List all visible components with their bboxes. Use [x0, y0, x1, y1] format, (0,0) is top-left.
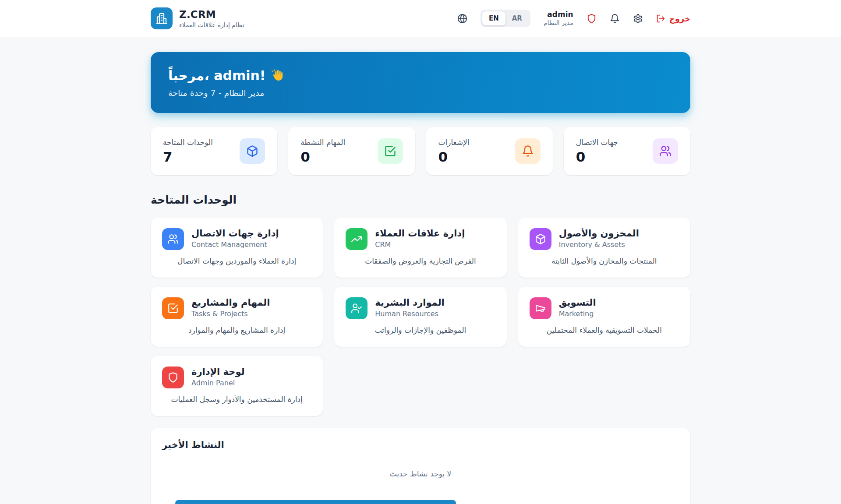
check-square-icon: [162, 297, 184, 319]
users-icon: [653, 138, 678, 164]
module-description: إدارة المستخدمين والأدوار وسجل العمليات: [162, 395, 311, 404]
module-description: إدارة العملاء والموردين وجهات الاتصال: [162, 257, 311, 265]
app-header: Z.CRM نظام إدارة علاقات العملاء EN AR ad…: [0, 0, 841, 37]
logout-icon: [656, 14, 665, 23]
stats-row: الوحدات المتاحة 7 المهام النشطة 0: [151, 127, 690, 175]
module-subtitle: CRM: [375, 240, 465, 249]
module-title: المخزون والأصول: [559, 228, 639, 239]
stat-label: جهات الاتصال: [576, 138, 618, 147]
module-description: المنتجات والمخازن والأصول الثابتة: [530, 257, 679, 265]
module-card-tasks[interactable]: المهام والمشاريع Tasks & Projects إدارة …: [151, 287, 323, 347]
bell-icon: [515, 138, 541, 164]
package-icon: [530, 228, 551, 250]
stat-label: المهام النشطة: [300, 138, 345, 147]
module-title: إدارة جهات الاتصال: [191, 228, 279, 239]
module-title: التسويق: [559, 297, 596, 308]
package-icon: [240, 138, 265, 164]
shield-icon[interactable]: [587, 14, 597, 24]
module-subtitle: Inventory & Assets: [559, 240, 639, 249]
module-card-inventory[interactable]: المخزون والأصول Inventory & Assets المنت…: [518, 218, 690, 278]
module-subtitle: Tasks & Projects: [191, 310, 270, 318]
module-card-contacts[interactable]: إدارة جهات الاتصال Contact Management إد…: [151, 218, 323, 278]
module-subtitle: Admin Panel: [191, 379, 245, 387]
module-title: لوحة الإدارة: [191, 367, 245, 377]
module-card-marketing[interactable]: التسويق Marketing الحملات التسويقية والع…: [518, 287, 690, 347]
trending-up-icon: [346, 228, 367, 250]
module-description: إدارة المشاريع والمهام والموارد: [162, 326, 311, 335]
module-description: الموظفين والإجازات والرواتب: [346, 326, 495, 335]
welcome-title: مرحباً، admin!: [168, 68, 266, 83]
recent-activity-card: النشاط الأخير لا يوجد نشاط حديث: [151, 428, 690, 504]
stat-card-tasks: المهام النشطة 0: [288, 127, 415, 175]
activity-title: النشاط الأخير: [162, 440, 679, 450]
wave-emoji-icon: [271, 69, 284, 82]
shield-icon: [162, 367, 184, 388]
settings-icon[interactable]: [633, 14, 643, 24]
module-card-hr[interactable]: الموارد البشرية Human Resources الموظفين…: [334, 287, 506, 347]
module-description: الفرص التجارية والعروض والصفقات: [346, 257, 495, 265]
stat-value: 0: [300, 149, 345, 165]
language-toggle: EN AR: [481, 10, 530, 27]
activity-empty-message: لا يوجد نشاط حديث: [162, 450, 679, 503]
app-subtitle: نظام إدارة علاقات العملاء: [179, 21, 244, 28]
megaphone-icon: [530, 297, 551, 319]
user-check-icon: [346, 297, 367, 319]
stat-card-modules: الوحدات المتاحة 7: [151, 127, 277, 175]
module-subtitle: Contact Management: [191, 240, 279, 249]
stat-label: الإشعارات: [438, 138, 470, 147]
brand: Z.CRM نظام إدارة علاقات العملاء: [151, 7, 244, 29]
module-subtitle: Marketing: [559, 310, 596, 318]
stat-card-notifications: الإشعارات 0: [426, 127, 553, 175]
globe-icon[interactable]: [457, 14, 467, 24]
module-card-crm[interactable]: إدارة علاقات العملاء CRM الفرص التجارية …: [334, 218, 506, 278]
module-title: الموارد البشرية: [375, 297, 444, 308]
user-info: admin مدير النظام: [544, 10, 573, 27]
module-subtitle: Human Resources: [375, 310, 444, 318]
check-square-icon: [378, 138, 403, 164]
module-card-admin[interactable]: لوحة الإدارة Admin Panel إدارة المستخدمي…: [151, 356, 323, 416]
app-title: Z.CRM: [179, 9, 244, 20]
stat-label: الوحدات المتاحة: [163, 138, 213, 147]
logout-button[interactable]: خروج: [656, 14, 690, 23]
lang-en-button[interactable]: EN: [482, 11, 505, 25]
lang-ar-button[interactable]: AR: [505, 11, 529, 25]
stat-value: 7: [163, 149, 213, 165]
welcome-subtitle: مدير النظام - 7 وحدة متاحة: [168, 88, 673, 98]
welcome-banner: مرحباً، admin! مدير النظام - 7 وحدة متاح…: [151, 52, 690, 113]
modules-section-title: الوحدات المتاحة: [151, 194, 690, 206]
module-title: المهام والمشاريع: [191, 297, 270, 308]
user-name: admin: [544, 10, 573, 19]
bell-icon[interactable]: [610, 14, 620, 24]
partial-bottom-banner: [175, 500, 456, 504]
module-title: إدارة علاقات العملاء: [375, 228, 465, 239]
modules-grid: إدارة جهات الاتصال Contact Management إد…: [151, 218, 690, 416]
stat-value: 0: [438, 149, 470, 165]
users-icon: [162, 228, 184, 250]
user-role: مدير النظام: [544, 19, 573, 27]
logout-label: خروج: [669, 14, 690, 23]
building-icon: [151, 7, 173, 29]
stat-card-contacts: جهات الاتصال 0: [564, 127, 690, 175]
stat-value: 0: [576, 149, 618, 165]
module-description: الحملات التسويقية والعملاء المحتملين: [530, 326, 679, 335]
